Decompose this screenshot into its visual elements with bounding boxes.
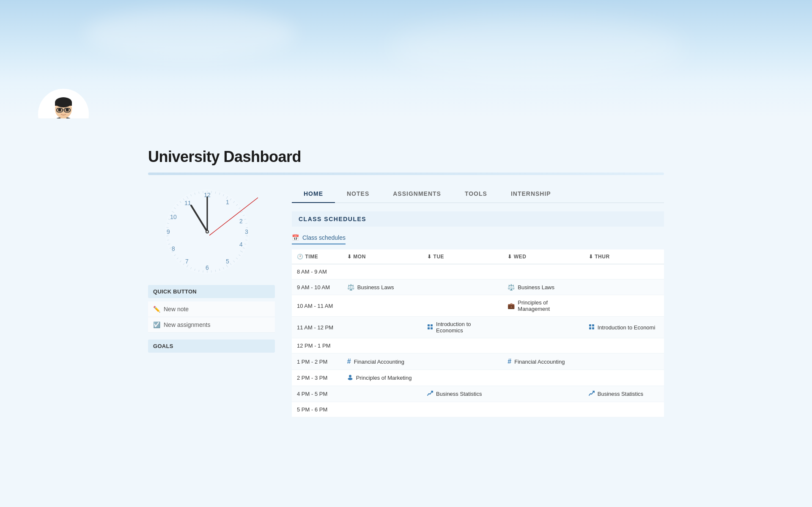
header-banner <box>0 0 812 118</box>
svg-line-62 <box>211 270 212 272</box>
svg-rect-98 <box>428 324 430 326</box>
table-row: 11 AM - 12 PM Introduction to Economics … <box>292 317 664 338</box>
course-icon-tue-7 <box>427 390 433 397</box>
course-cell-tue-3: Introduction to Economics <box>422 317 502 338</box>
table-row: 2 PM - 3 PM Principles of Marketing <box>292 370 664 386</box>
title-section: University Dashboard <box>148 118 664 173</box>
time-cell-0: 8 AM - 9 AM <box>292 264 342 280</box>
arrow-down-icon-mon: ⬇ <box>347 254 352 260</box>
tab-home[interactable]: HOME <box>292 185 335 203</box>
course-cell-mon-7 <box>342 386 422 402</box>
course-cell-wed-8 <box>502 402 583 417</box>
right-content: HOME NOTES ASSIGNMENTS TOOLS INTERNSHIP … <box>292 185 664 417</box>
time-cell-1: 9 AM - 10 AM <box>292 280 342 295</box>
course-cell-mon-0 <box>342 264 422 280</box>
course-icon-tue-3 <box>427 324 433 331</box>
course-label-tue-3: Introduction to Economics <box>436 321 497 334</box>
quick-button-header: QUICK BUTTON <box>148 285 275 298</box>
svg-text:2: 2 <box>239 218 243 225</box>
course-cell-thur-7: Business Statistics <box>584 386 664 402</box>
table-row: 1 PM - 2 PM#Financial Accounting#Financi… <box>292 354 664 370</box>
table-row: 12 PM - 1 PM <box>292 338 664 354</box>
time-cell-3: 11 AM - 12 PM <box>292 317 342 338</box>
svg-text:7: 7 <box>185 258 189 265</box>
course-cell-tue-0 <box>422 264 502 280</box>
svg-line-34 <box>211 191 212 193</box>
course-cell-thur-6 <box>584 370 664 386</box>
course-cell-tue-4 <box>422 338 502 354</box>
course-icon-thur-7 <box>589 390 595 397</box>
course-cell-thur-0 <box>584 264 664 280</box>
new-note-label: New note <box>164 306 189 312</box>
svg-point-97 <box>206 231 208 233</box>
divider <box>148 173 664 175</box>
th-wed: ⬇ WED <box>502 249 583 264</box>
new-note-button[interactable]: ✏️ New note <box>148 301 275 317</box>
time-cell-8: 5 PM - 6 PM <box>292 402 342 417</box>
two-col-layout: 12 1 2 3 4 5 6 7 8 <box>148 185 664 417</box>
tab-tools[interactable]: TOOLS <box>453 185 499 203</box>
svg-rect-103 <box>592 324 594 326</box>
course-cell-thur-8 <box>584 402 664 417</box>
course-cell-mon-6: Principles of Marketing <box>342 370 422 386</box>
th-thur: ⬇ THUR <box>584 249 664 264</box>
th-tue: ⬇ TUE <box>422 249 502 264</box>
svg-point-107 <box>348 378 352 380</box>
arrow-down-icon-tue: ⬇ <box>427 254 432 260</box>
svg-rect-104 <box>589 327 591 329</box>
svg-rect-100 <box>428 327 430 329</box>
table-row: 8 AM - 9 AM <box>292 264 664 280</box>
left-sidebar: 12 1 2 3 4 5 6 7 8 <box>148 185 275 353</box>
course-icon-wed-1: ⚖️ <box>508 284 515 290</box>
course-cell-tue-6 <box>422 370 502 386</box>
course-cell-tue-7: Business Statistics <box>422 386 502 402</box>
course-label-mon-6: Principles of Marketing <box>356 375 412 381</box>
course-label-wed-1: Business Laws <box>518 284 554 290</box>
course-cell-thur-3: Introduction to Economi <box>584 317 664 338</box>
course-label-tue-7: Business Statistics <box>436 391 482 397</box>
time-cell-2: 10 AM - 11 AM <box>292 295 342 317</box>
course-cell-mon-2 <box>342 295 422 317</box>
course-icon-wed-2: 💼 <box>508 302 515 309</box>
course-cell-wed-7 <box>502 386 583 402</box>
svg-text:4: 4 <box>239 241 243 248</box>
course-label-wed-2: Principles of Management <box>518 299 578 312</box>
tab-internship[interactable]: INTERNSHIP <box>499 185 563 203</box>
time-cell-7: 4 PM - 5 PM <box>292 386 342 402</box>
arrow-down-icon-wed: ⬇ <box>508 254 512 260</box>
course-cell-tue-1 <box>422 280 502 295</box>
class-schedules-title: CLASS SCHEDULES <box>292 211 664 227</box>
svg-rect-101 <box>431 327 433 329</box>
course-cell-tue-2 <box>422 295 502 317</box>
course-icon-mon-1: ⚖️ <box>347 284 354 290</box>
svg-rect-102 <box>589 324 591 326</box>
course-label-thur-7: Business Statistics <box>598 391 643 397</box>
tab-notes[interactable]: NOTES <box>335 185 381 203</box>
course-cell-thur-4 <box>584 338 664 354</box>
calendar-icon: 📅 <box>292 234 299 241</box>
table-row: 4 PM - 5 PM Business Statistics Business… <box>292 386 664 402</box>
class-schedules-tab[interactable]: 📅 Class schedules <box>292 232 346 244</box>
time-cell-6: 2 PM - 3 PM <box>292 370 342 386</box>
arrow-down-icon-thur: ⬇ <box>589 254 593 260</box>
svg-point-12 <box>66 109 69 111</box>
course-cell-wed-6 <box>502 370 583 386</box>
svg-rect-13 <box>60 118 66 118</box>
time-cell-4: 12 PM - 1 PM <box>292 338 342 354</box>
course-cell-thur-5 <box>584 354 664 370</box>
new-assignments-button[interactable]: ☑️ New assignments <box>148 317 275 333</box>
course-cell-wed-3 <box>502 317 583 338</box>
schedule-table: 🕐 TIME ⬇ MON <box>292 249 664 417</box>
table-row: 9 AM - 10 AM⚖️Business Laws⚖️Business La… <box>292 280 664 295</box>
note-icon: ✏️ <box>153 306 160 312</box>
th-mon: ⬇ MON <box>342 249 422 264</box>
course-label-thur-3: Introduction to Economi <box>598 324 656 331</box>
svg-rect-105 <box>592 327 594 329</box>
assignments-icon: ☑️ <box>153 321 160 328</box>
svg-text:5: 5 <box>226 258 229 265</box>
svg-line-47 <box>246 227 248 228</box>
tab-assignments[interactable]: ASSIGNMENTS <box>381 185 453 203</box>
time-cell-5: 1 PM - 2 PM <box>292 354 342 370</box>
main-content: University Dashboard 12 1 2 <box>110 118 702 417</box>
course-cell-wed-5: #Financial Accounting <box>502 354 583 370</box>
